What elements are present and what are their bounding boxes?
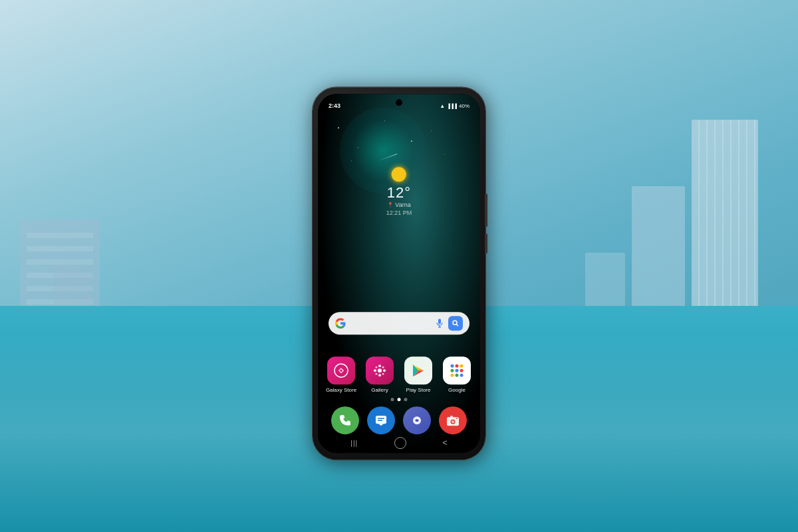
svg-line-4 <box>457 325 459 327</box>
location-pin-icon: 📍 <box>387 202 394 208</box>
weather-location: 📍 Varna <box>386 201 412 208</box>
svg-point-22 <box>451 374 454 377</box>
phone-wrapper: 2:43 ▲ ▐▐▐ 40% 12° 📍 Varna 12:21 PM <box>313 87 485 460</box>
signal-icon: ▐▐▐ <box>447 104 457 108</box>
weather-sun-icon <box>392 167 406 182</box>
phone-body: 2:43 ▲ ▐▐▐ 40% 12° 📍 Varna 12:21 PM <box>313 87 485 460</box>
galaxy-store-label: Galaxy Store <box>326 387 356 393</box>
weather-widget: 12° 📍 Varna 12:21 PM <box>386 167 412 216</box>
star6 <box>431 130 432 131</box>
svg-point-6 <box>340 369 342 372</box>
app-item-play-store[interactable]: Play Store <box>402 356 434 393</box>
search-lens-icon[interactable] <box>448 316 463 331</box>
dock-samsung[interactable] <box>403 406 431 434</box>
svg-rect-25 <box>376 416 386 424</box>
svg-point-7 <box>378 368 382 372</box>
page-dot-2[interactable] <box>398 398 401 401</box>
google-logo <box>335 318 346 329</box>
star1 <box>338 127 339 128</box>
star4 <box>351 160 352 161</box>
page-dot-1[interactable] <box>391 398 394 401</box>
svg-point-10 <box>374 369 376 372</box>
google-icon[interactable] <box>443 356 471 384</box>
svg-rect-0 <box>438 319 441 324</box>
svg-point-34 <box>456 418 458 419</box>
galaxy-store-icon[interactable] <box>327 356 355 384</box>
page-dot-3[interactable] <box>404 398 408 401</box>
wifi-icon: ▲ <box>440 103 445 109</box>
front-camera <box>396 99 402 106</box>
home-button[interactable] <box>394 437 406 449</box>
svg-point-14 <box>376 373 378 375</box>
app-item-galaxy-store[interactable]: Galaxy Store <box>325 356 357 393</box>
svg-point-8 <box>378 364 381 367</box>
star5 <box>411 140 412 142</box>
dock-camera[interactable] <box>439 406 467 434</box>
navigation-bar: ||| < <box>332 436 466 450</box>
star2 <box>358 147 358 148</box>
status-icons: ▲ ▐▐▐ 40% <box>440 103 469 109</box>
svg-point-15 <box>382 373 384 375</box>
svg-point-13 <box>382 366 384 368</box>
weather-time: 12:21 PM <box>386 209 412 216</box>
nebula-glow <box>340 107 426 194</box>
gallery-icon[interactable] <box>366 356 394 384</box>
dock-phone[interactable] <box>331 406 359 434</box>
star7 <box>444 154 445 154</box>
app-grid: Galaxy Store <box>325 356 473 393</box>
weather-temperature: 12° <box>386 184 412 201</box>
play-store-label: Play Store <box>406 387 431 393</box>
svg-point-23 <box>456 374 459 377</box>
gallery-label: Gallery <box>371 387 388 393</box>
volume-button[interactable] <box>485 233 487 253</box>
search-mic-icon[interactable] <box>435 319 444 328</box>
recent-apps-button[interactable]: ||| <box>350 440 358 447</box>
svg-rect-33 <box>450 416 453 418</box>
svg-point-21 <box>460 369 464 372</box>
battery-text: 40% <box>459 103 469 109</box>
power-button[interactable] <box>485 194 487 227</box>
phone-screen: 2:43 ▲ ▐▐▐ 40% 12° 📍 Varna 12:21 PM <box>318 94 480 453</box>
svg-point-17 <box>456 364 459 368</box>
page-indicators <box>391 398 408 401</box>
google-label: Google <box>448 387 466 393</box>
dock-messages[interactable] <box>367 406 395 434</box>
status-time: 2:43 <box>329 102 340 109</box>
svg-point-18 <box>460 364 464 368</box>
svg-point-19 <box>451 369 454 372</box>
app-dock <box>331 406 467 434</box>
app-item-gallery[interactable]: Gallery <box>364 356 396 393</box>
svg-point-32 <box>452 420 454 423</box>
play-store-icon[interactable] <box>404 356 432 384</box>
svg-point-3 <box>453 321 457 325</box>
app-item-google[interactable]: Google <box>441 356 473 393</box>
svg-point-20 <box>456 369 459 372</box>
svg-point-16 <box>451 364 454 368</box>
search-bar[interactable] <box>329 312 469 334</box>
star3 <box>384 120 385 121</box>
svg-point-9 <box>378 374 381 376</box>
svg-point-24 <box>460 374 464 377</box>
svg-marker-26 <box>378 424 384 426</box>
svg-point-11 <box>383 369 386 372</box>
svg-point-12 <box>376 366 378 368</box>
back-button[interactable]: < <box>443 438 448 448</box>
